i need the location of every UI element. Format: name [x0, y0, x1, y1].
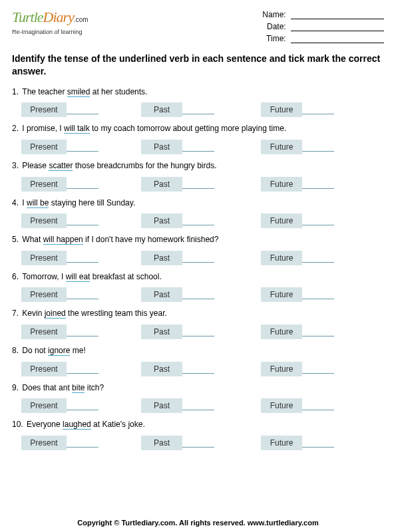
option-present-blank[interactable]: [67, 253, 99, 263]
option-past-blank[interactable]: [182, 438, 214, 448]
option-present-blank[interactable]: [67, 216, 99, 225]
option-present-blank[interactable]: [67, 327, 99, 336]
question-before: Everyone: [27, 420, 63, 429]
question: 3. Please scatter those breadcrumbs for …: [12, 161, 384, 192]
underlined-verb: will talk: [64, 124, 90, 134]
option-future-label: Future: [261, 140, 302, 154]
options-row: PresentPastFuture: [12, 251, 384, 265]
question-number: 1.: [12, 87, 21, 96]
underlined-verb: scatter: [49, 161, 73, 171]
option-future: Future: [261, 213, 381, 228]
logo-turtle: Turtle: [12, 9, 43, 25]
options-row: PresentPastFuture: [12, 362, 384, 376]
option-past-label: Past: [141, 177, 182, 192]
option-future-blank[interactable]: [302, 180, 334, 189]
date-blank[interactable]: [291, 31, 384, 31]
option-future-blank[interactable]: [302, 253, 334, 263]
option-past-blank[interactable]: [182, 364, 214, 374]
option-past-blank[interactable]: [182, 327, 214, 336]
option-present: Present: [21, 251, 141, 265]
option-present-blank[interactable]: [67, 438, 99, 448]
question-after: me!: [70, 346, 85, 355]
question-text: 3. Please scatter those breadcrumbs for …: [12, 161, 384, 172]
option-future-blank[interactable]: [302, 364, 334, 374]
questions-list: 1. The teacher smiled at her students.Pr…: [12, 87, 384, 450]
option-present-blank[interactable]: [67, 401, 99, 410]
option-future-blank[interactable]: [302, 290, 334, 299]
option-future-label: Future: [261, 398, 302, 413]
option-future-label: Future: [261, 213, 302, 228]
option-past: Past: [141, 251, 261, 265]
option-past: Past: [141, 398, 261, 413]
instructions: Identify the tense of the underlined ver…: [12, 53, 384, 78]
question: 8. Do not ignore me!PresentPastFuture: [12, 346, 384, 376]
option-past-blank[interactable]: [182, 142, 214, 152]
question-after: at her students.: [90, 87, 147, 96]
question-text: 8. Do not ignore me!: [12, 346, 384, 356]
option-future-label: Future: [261, 177, 302, 192]
option-present-label: Present: [21, 213, 67, 228]
underlined-verb: will happen: [43, 235, 83, 245]
option-past-blank[interactable]: [182, 253, 214, 263]
question: 9. Does that ant bite itch?PresentPastFu…: [12, 383, 384, 414]
question: 10. Everyone laughed at Katie's joke.Pre…: [12, 420, 384, 450]
option-present-label: Present: [21, 102, 67, 117]
option-past-label: Past: [141, 213, 182, 228]
question-before: I: [22, 198, 27, 207]
option-future-blank[interactable]: [302, 438, 334, 448]
option-past: Past: [141, 436, 261, 450]
question-text: 1. The teacher smiled at her students.: [12, 87, 384, 98]
underlined-verb: ignore: [48, 346, 70, 356]
question-before: Kevin: [22, 309, 44, 318]
question: 7. Kevin joined the wrestling team this …: [12, 309, 384, 339]
option-past-blank[interactable]: [182, 401, 214, 410]
question-before: The teacher: [22, 87, 67, 96]
options-row: PresentPastFuture: [12, 177, 384, 192]
option-future-blank[interactable]: [302, 142, 334, 152]
option-present: Present: [21, 436, 141, 450]
option-future-label: Future: [261, 287, 302, 302]
option-past-label: Past: [141, 325, 182, 339]
option-past-blank[interactable]: [182, 216, 214, 225]
option-past-blank[interactable]: [182, 290, 214, 299]
question-number: 9.: [12, 383, 21, 392]
option-future: Future: [261, 251, 381, 265]
underlined-verb: bite: [72, 383, 85, 393]
option-future-label: Future: [261, 102, 302, 117]
footer: Copyright © Turtlediary.com. All rights …: [0, 519, 396, 527]
option-present-blank[interactable]: [67, 290, 99, 299]
option-past-label: Past: [141, 251, 182, 265]
option-present: Present: [21, 398, 141, 413]
option-present-blank[interactable]: [67, 180, 99, 189]
option-future-blank[interactable]: [302, 216, 334, 225]
question-number: 3.: [12, 161, 21, 170]
name-blank[interactable]: [291, 19, 384, 19]
option-past: Past: [141, 213, 261, 228]
option-present-label: Present: [21, 251, 67, 265]
question-number: 10.: [12, 420, 25, 429]
option-present-blank[interactable]: [67, 364, 99, 374]
option-past-label: Past: [141, 362, 182, 376]
option-future-blank[interactable]: [302, 401, 334, 410]
question: 1. The teacher smiled at her students.Pr…: [12, 87, 384, 118]
option-past-blank[interactable]: [182, 105, 214, 114]
question-number: 5.: [12, 235, 21, 244]
question-before: What: [22, 235, 43, 244]
option-present-blank[interactable]: [67, 142, 99, 152]
question-text: 6. Tomorrow, I will eat breakfast at sch…: [12, 272, 384, 283]
logo-dotcom: .com: [74, 16, 89, 23]
option-past: Past: [141, 362, 261, 376]
question: 2. I promise, I will talk to my coach to…: [12, 124, 384, 154]
question-after: the wrestling team this year.: [66, 309, 167, 318]
logo: TurtleDiary.com Re-Imagination of learni…: [12, 10, 89, 35]
option-present-label: Present: [21, 362, 67, 376]
question-text: 4. I will be staying here till Sunday.: [12, 198, 384, 209]
question-after: if I don't have my homework finished?: [83, 235, 219, 244]
option-present-blank[interactable]: [67, 105, 99, 114]
time-blank[interactable]: [291, 43, 384, 43]
option-future-blank[interactable]: [302, 327, 334, 336]
option-past-blank[interactable]: [182, 180, 214, 189]
option-present: Present: [21, 177, 141, 192]
question: 5. What will happen if I don't have my h…: [12, 235, 384, 265]
option-future-blank[interactable]: [302, 105, 334, 114]
